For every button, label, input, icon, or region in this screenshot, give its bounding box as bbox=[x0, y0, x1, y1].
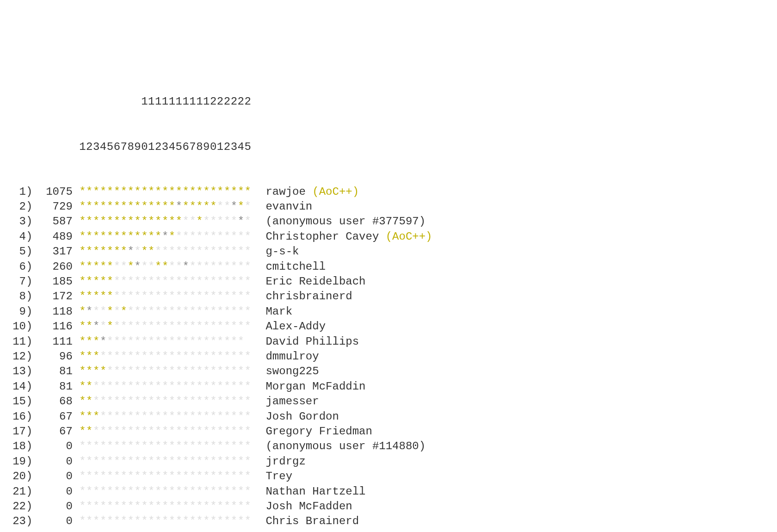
username[interactable]: rawjoe bbox=[265, 186, 305, 198]
star-icon: * bbox=[169, 425, 176, 438]
star-icon: * bbox=[155, 275, 162, 288]
star-icon: * bbox=[127, 455, 134, 468]
star-icon: * bbox=[79, 515, 86, 527]
star-icon: * bbox=[203, 500, 210, 513]
username[interactable]: Eric Reidelbach bbox=[265, 275, 365, 288]
star-icon: * bbox=[189, 455, 196, 468]
star-icon: * bbox=[238, 186, 245, 198]
username[interactable]: Chris Brainerd bbox=[265, 515, 359, 527]
username[interactable]: Josh Gordon bbox=[265, 410, 339, 423]
leaderboard-row: 3)587*************************(anonymous… bbox=[9, 214, 768, 229]
star-icon: * bbox=[107, 200, 114, 213]
star-icon: * bbox=[79, 350, 86, 363]
star-icon: * bbox=[162, 290, 169, 303]
star-icon: * bbox=[176, 275, 183, 288]
star-icon: * bbox=[107, 245, 114, 258]
score: 0 bbox=[32, 454, 72, 469]
star-icon: * bbox=[141, 395, 148, 408]
star-icon: * bbox=[231, 485, 238, 498]
username[interactable]: swong225 bbox=[265, 365, 319, 377]
star-icon: * bbox=[127, 186, 134, 198]
star-icon: * bbox=[210, 410, 217, 423]
name-cell: (anonymous user #114880) bbox=[253, 439, 426, 454]
username[interactable]: jrdrgz bbox=[265, 455, 305, 468]
username[interactable]: evanvin bbox=[265, 200, 312, 213]
leaderboard-row: 20)0*************************Trey bbox=[9, 469, 768, 484]
stars: ************************* bbox=[79, 185, 252, 199]
star-icon: * bbox=[224, 290, 231, 303]
star-icon: * bbox=[203, 275, 210, 288]
star-icon: * bbox=[217, 470, 224, 483]
star-icon: * bbox=[196, 320, 203, 333]
username[interactable]: Gregory Friedman bbox=[265, 425, 372, 438]
star-icon: * bbox=[155, 470, 162, 483]
name-cell: Morgan McFaddin bbox=[253, 379, 366, 394]
star-icon: * bbox=[148, 275, 155, 288]
star-icon: * bbox=[141, 455, 148, 468]
star-icon: * bbox=[148, 245, 155, 258]
star-icon: * bbox=[183, 230, 190, 243]
rank: 5) bbox=[9, 244, 32, 259]
star-icon: * bbox=[196, 425, 203, 438]
username[interactable]: g-s-k bbox=[265, 245, 299, 258]
star-icon: * bbox=[100, 245, 107, 258]
star-icon: * bbox=[203, 200, 210, 213]
star-icon: * bbox=[148, 335, 155, 348]
star-icon: * bbox=[121, 500, 128, 513]
star-icon: * bbox=[141, 305, 148, 318]
username[interactable]: (anonymous user #377597) bbox=[265, 215, 426, 228]
star-icon: * bbox=[148, 350, 155, 363]
username[interactable]: jamesser bbox=[265, 395, 319, 408]
username[interactable]: Nathan Hartzell bbox=[265, 485, 365, 498]
star-icon: * bbox=[79, 455, 86, 468]
username[interactable]: (anonymous user #114880) bbox=[265, 440, 426, 452]
star-icon: * bbox=[238, 200, 245, 213]
leaderboard-row: 7)185*************************Eric Reide… bbox=[9, 274, 768, 289]
star-icon: * bbox=[231, 380, 238, 393]
star-icon: * bbox=[121, 305, 128, 318]
username[interactable]: Morgan McFaddin bbox=[265, 380, 365, 393]
username[interactable]: Alex-Addy bbox=[265, 320, 326, 333]
supporter-badge[interactable]: (AoC++) bbox=[386, 230, 432, 243]
star-icon: * bbox=[169, 215, 176, 228]
star-icon: * bbox=[196, 305, 203, 318]
star-icon: * bbox=[238, 335, 245, 348]
star-icon: * bbox=[134, 350, 141, 363]
username[interactable]: Josh McFadden bbox=[265, 500, 352, 513]
star-icon: * bbox=[210, 380, 217, 393]
star-icon: * bbox=[141, 515, 148, 527]
star-icon: * bbox=[107, 186, 114, 198]
star-icon: * bbox=[127, 470, 134, 483]
star-icon: * bbox=[196, 410, 203, 423]
star-icon: * bbox=[134, 500, 141, 513]
rank: 15) bbox=[9, 394, 32, 409]
username[interactable]: David Phillips bbox=[265, 335, 359, 348]
username[interactable]: Christopher Cavey bbox=[265, 230, 379, 243]
username[interactable]: Mark bbox=[265, 305, 292, 318]
rank: 8) bbox=[9, 289, 32, 304]
star-icon: * bbox=[100, 380, 107, 393]
star-icon: * bbox=[100, 455, 107, 468]
name-cell: (anonymous user #377597) bbox=[253, 214, 426, 229]
star-icon: * bbox=[217, 335, 224, 348]
username[interactable]: dmmulroy bbox=[265, 350, 319, 363]
username[interactable]: chrisbrainerd bbox=[265, 290, 352, 303]
star-icon: * bbox=[79, 260, 86, 273]
star-icon: * bbox=[121, 380, 128, 393]
star-icon: * bbox=[86, 200, 93, 213]
star-icon: * bbox=[238, 350, 245, 363]
star-icon: * bbox=[134, 440, 141, 452]
star-icon: * bbox=[86, 425, 93, 438]
name-cell: dmmulroy bbox=[253, 349, 319, 364]
star-icon: * bbox=[127, 350, 134, 363]
star-icon: * bbox=[100, 290, 107, 303]
supporter-badge[interactable]: (AoC++) bbox=[312, 186, 359, 198]
name-cell: jrdrgz bbox=[253, 454, 306, 469]
username[interactable]: Trey bbox=[265, 470, 292, 483]
star-icon: * bbox=[217, 215, 224, 228]
star-icon: * bbox=[121, 335, 128, 348]
rank: 1) bbox=[9, 185, 32, 199]
leaderboard-row: 19)0*************************jrdrgz bbox=[9, 454, 768, 469]
star-icon: * bbox=[107, 395, 114, 408]
username[interactable]: cmitchell bbox=[265, 260, 326, 273]
